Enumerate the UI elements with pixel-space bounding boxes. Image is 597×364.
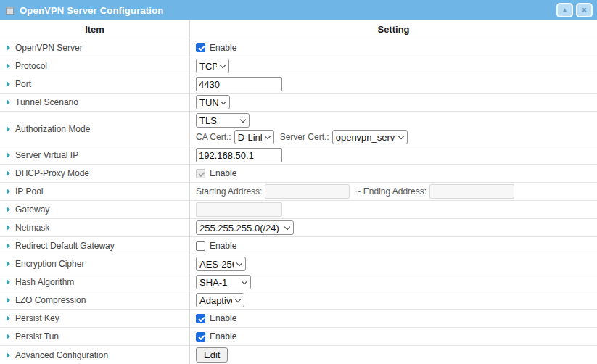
tunnel-scenario-select[interactable]: TUN	[196, 95, 230, 109]
table-row: Authorization ModeTLSCA Cert.:D-LinkServ…	[0, 112, 597, 146]
close-button[interactable]: ✖	[576, 3, 593, 17]
persist-tun-enable-checkbox-wrap: Enable	[196, 331, 236, 342]
setting-label: Server Cert.:	[280, 132, 329, 142]
item-label: LZO Compression	[15, 295, 86, 305]
item-label: DHCP-Proxy Mode	[15, 168, 89, 178]
select-value: SHA-1	[199, 277, 227, 288]
chevron-down-icon	[264, 133, 270, 138]
table-header-row: Item Setting	[0, 20, 597, 38]
setting-line: SHA-1	[196, 275, 251, 289]
item-bullet-icon	[7, 189, 10, 194]
collapse-button[interactable]: ▲	[556, 3, 573, 17]
item-cell: Server Virtual IP	[0, 146, 190, 164]
redirect-default-gateway-enable-checkbox-wrap: Enable	[196, 241, 236, 251]
persist-tun-enable-checkbox[interactable]	[196, 332, 205, 342]
select-value: openvpn_server	[336, 132, 395, 143]
port-input[interactable]	[196, 77, 282, 91]
item-label: Encryption Cipher	[15, 259, 84, 269]
item-cell: Redirect Default Gateway	[0, 237, 190, 255]
item-cell: Hash Algorithm	[0, 273, 190, 291]
setting-line: Enable	[196, 241, 236, 251]
setting-cell: AES-256	[190, 255, 597, 273]
window-icon	[6, 7, 14, 15]
setting-line: Starting Address:~ Ending Address:	[196, 184, 514, 199]
setting-cell: 255.255.255.0(/24)	[190, 219, 597, 236]
chevron-down-icon	[236, 260, 242, 265]
redirect-default-gateway-enable-checkbox[interactable]	[196, 241, 205, 251]
item-cell: DHCP-Proxy Mode	[0, 165, 190, 182]
setting-cell	[190, 75, 597, 93]
gateway-input	[196, 202, 282, 217]
setting-cell: TCP	[190, 57, 597, 75]
advanced-configuration-edit-button[interactable]: Edit	[196, 347, 228, 363]
config-table-body: OpenVPN ServerEnableProtocolTCPPortTunne…	[0, 38, 597, 364]
item-bullet-icon	[7, 334, 10, 339]
setting-cell: TLSCA Cert.:D-LinkServer Cert.:openvpn_s…	[190, 112, 597, 146]
protocol-select[interactable]: TCP	[196, 59, 229, 73]
item-bullet-icon	[7, 126, 10, 132]
setting-line: TCP	[196, 59, 229, 73]
setting-cell: TUN	[190, 94, 597, 111]
lzo-compression-select[interactable]: Adaptive	[196, 293, 244, 307]
setting-line: Adaptive	[196, 293, 244, 307]
setting-cell: Starting Address:~ Ending Address:	[190, 183, 597, 200]
checkbox-label: Enable	[210, 313, 236, 323]
table-row: Tunnel ScenarioTUN	[0, 94, 597, 112]
table-row: ProtocolTCP	[0, 57, 597, 75]
setting-line: CA Cert.:D-LinkServer Cert.:openvpn_serv…	[196, 130, 408, 144]
close-icon: ✖	[582, 7, 588, 14]
chevron-down-icon	[221, 98, 226, 104]
setting-line: 255.255.255.0(/24)	[196, 220, 294, 235]
setting-cell: Enable	[190, 237, 597, 255]
column-header-setting: Setting	[190, 20, 597, 38]
authorization-mode-select[interactable]: TLS	[196, 113, 250, 128]
item-bullet-icon	[7, 297, 10, 303]
item-bullet-icon	[7, 63, 10, 69]
setting-cell	[190, 146, 597, 164]
setting-cell: Enable	[190, 38, 597, 57]
setting-label: CA Cert.:	[196, 132, 231, 142]
setting-line: Enable	[196, 168, 236, 178]
checkbox-label: Enable	[210, 241, 236, 251]
netmask-select[interactable]: 255.255.255.0(/24)	[196, 220, 294, 235]
checkbox-label: Enable	[210, 168, 236, 178]
select-value: Adaptive	[199, 295, 232, 306]
item-bullet-icon	[7, 99, 10, 105]
table-row: Gateway	[0, 201, 597, 219]
server-cert-select[interactable]: openvpn_server	[332, 130, 408, 144]
setting-cell: SHA-1	[190, 273, 597, 291]
dhcp-proxy-mode-enable-checkbox	[196, 169, 205, 178]
table-row: Redirect Default GatewayEnable	[0, 237, 597, 255]
item-cell: Advanced Configuration	[0, 346, 190, 364]
setting-cell	[190, 201, 597, 218]
encryption-cipher-select[interactable]: AES-256	[196, 257, 246, 271]
item-label: Gateway	[15, 204, 49, 215]
select-value: 255.255.255.0(/24)	[199, 223, 279, 233]
setting-cell: Enable	[190, 328, 597, 345]
server-virtual-ip-input[interactable]	[196, 148, 282, 162]
item-label: Port	[15, 79, 31, 89]
setting-label: ~ Ending Address:	[355, 186, 427, 197]
setting-cell: Enable	[190, 310, 597, 327]
ca-cert-select[interactable]: D-Link	[234, 130, 274, 144]
table-row: Port	[0, 75, 597, 94]
persist-key-enable-checkbox[interactable]	[196, 314, 205, 323]
item-bullet-icon	[7, 207, 10, 212]
openvpn-server-enable-checkbox[interactable]	[196, 43, 205, 52]
item-label: Protocol	[15, 61, 47, 71]
hash-algorithm-select[interactable]: SHA-1	[196, 275, 251, 289]
item-bullet-icon	[7, 243, 10, 249]
item-label: IP Pool	[15, 186, 43, 197]
setting-cell: Edit	[190, 346, 597, 364]
item-label: Persist Key	[15, 313, 59, 323]
setting-line: Edit	[196, 347, 228, 363]
item-cell: Persist Key	[0, 310, 190, 327]
table-row: Server Virtual IP	[0, 146, 597, 165]
select-value: TLS	[199, 115, 217, 126]
setting-line	[196, 77, 282, 91]
chevron-down-icon	[240, 116, 246, 122]
item-bullet-icon	[7, 170, 10, 176]
item-cell: Netmask	[0, 219, 190, 236]
item-bullet-icon	[7, 352, 10, 358]
setting-label: Starting Address:	[196, 186, 262, 197]
